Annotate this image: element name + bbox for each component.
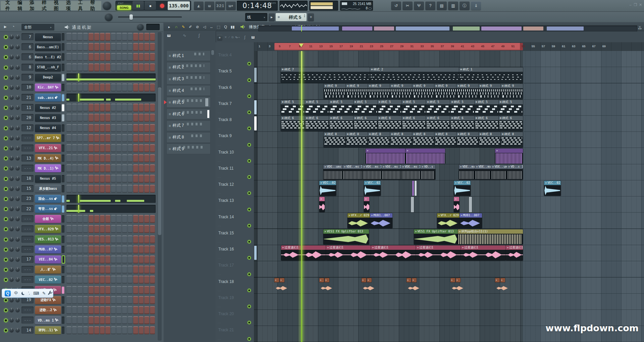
step-cell[interactable] (144, 104, 149, 112)
clip-header[interactable]: »VEC..02 (544, 181, 561, 185)
pattern-clip[interactable]: ≡样式 5 (354, 100, 378, 115)
pattern-clip[interactable]: ≡样式 6 (329, 116, 353, 131)
channel-volume-knob[interactable] (15, 126, 20, 130)
channel-volume-knob[interactable] (15, 75, 20, 79)
clip-header[interactable]: »评判pp组合v11(1) (458, 229, 523, 234)
step-cell[interactable] (116, 306, 121, 314)
track-mute-led[interactable] (248, 240, 251, 243)
step-cell[interactable] (72, 83, 77, 92)
step-cell[interactable] (122, 124, 127, 132)
channel-pan-knob[interactable] (9, 166, 14, 170)
step-cell[interactable] (116, 83, 121, 92)
clip-header[interactable]: ≡样式 5 (499, 100, 523, 104)
step-cell[interactable] (66, 33, 71, 41)
step-cell[interactable] (150, 306, 155, 314)
channel-indicator[interactable] (62, 43, 64, 51)
step-cell[interactable] (128, 83, 133, 92)
pattern-item[interactable]: ≡样式 9 (166, 144, 211, 154)
channel-mute-led[interactable] (4, 66, 8, 69)
pattern-item[interactable]: ≡样式 1 (166, 50, 211, 61)
maximize-icon[interactable]: ❐ (633, 3, 638, 7)
step-cell[interactable] (150, 235, 155, 243)
step-cell[interactable] (150, 144, 155, 152)
channel-pan-knob[interactable] (9, 257, 14, 262)
step-cell[interactable] (139, 225, 144, 233)
clip-header[interactable]: »VEC..02 (319, 181, 336, 185)
channel-button[interactable]: Nexus #3 (35, 114, 61, 122)
step-cell[interactable] (116, 296, 121, 304)
step-cell[interactable] (111, 124, 116, 132)
pattern-clip[interactable]: ≡样式 8 (346, 132, 368, 147)
step-cell[interactable] (133, 235, 138, 243)
master-volume-knob[interactable] (105, 13, 113, 21)
step-cell[interactable] (105, 245, 110, 253)
step-cell[interactable] (139, 286, 144, 294)
channel-volume-knob[interactable] (15, 65, 20, 69)
song-mode-button[interactable]: SONG (117, 5, 131, 10)
clip-header[interactable]: ≡样式 5 (329, 100, 353, 104)
pair-clip-header[interactable]: » (362, 278, 366, 282)
step-cell[interactable] (139, 114, 144, 122)
step-cell[interactable] (144, 83, 149, 92)
step-cell[interactable] (150, 276, 155, 284)
pattern-clip[interactable]: ≡样式 5 (426, 100, 450, 115)
channel-button[interactable]: Nexus #5 (35, 175, 61, 183)
step-cell[interactable] (94, 144, 99, 152)
channel-volume-knob[interactable] (15, 328, 20, 332)
step-cell[interactable] (122, 154, 127, 162)
channel-indicator[interactable] (62, 195, 64, 203)
step-cell[interactable] (83, 266, 88, 274)
step-cell[interactable] (105, 286, 110, 294)
clip-header[interactable]: ≡样式 9 (412, 84, 434, 88)
step-cell[interactable] (66, 124, 71, 132)
ime-punctuation[interactable]: ’, (28, 291, 30, 295)
audio-clip[interactable]: »过度迷幻1 (281, 245, 326, 261)
step-cell[interactable] (94, 215, 99, 223)
step-cell[interactable] (133, 114, 138, 122)
pair-clip-header[interactable]: » (495, 278, 500, 282)
brush-icon[interactable]: ✐ (187, 25, 194, 29)
rack-volume-knob[interactable] (137, 23, 144, 31)
step-cell[interactable] (133, 134, 138, 142)
channel-indicator[interactable] (62, 296, 64, 304)
step-cell[interactable] (94, 235, 99, 243)
pattern-clip[interactable]: ≡样式 8 (434, 132, 457, 147)
channel-indicator[interactable] (62, 225, 64, 233)
channel-volume-knob[interactable] (15, 227, 20, 231)
channel-mute-led[interactable] (4, 76, 8, 79)
step-cell[interactable] (100, 175, 105, 183)
minimize-icon[interactable]: – (628, 3, 633, 7)
step-cell[interactable] (139, 164, 144, 172)
channel-indicator[interactable] (62, 84, 64, 91)
step-cell[interactable] (144, 33, 149, 41)
menu-item[interactable]: 编辑 (17, 0, 24, 12)
step-cell[interactable] (77, 33, 83, 41)
channel-button[interactable]: VES..013 (35, 235, 61, 243)
channel-pan-knob[interactable] (9, 156, 14, 160)
step-cell[interactable] (94, 154, 99, 162)
clip-sliver[interactable] (411, 197, 414, 212)
step-cell[interactable] (133, 266, 138, 274)
step-cell[interactable] (128, 144, 133, 152)
step-cell[interactable] (66, 175, 71, 183)
step-cell[interactable] (128, 175, 133, 183)
clip-header[interactable]: »VES1 FX Uplifter 013 (414, 229, 458, 234)
clip-header[interactable]: ≡样式 9 (479, 84, 501, 88)
step-cell[interactable] (89, 33, 94, 41)
step-cell[interactable] (133, 43, 138, 51)
pattern-clip[interactable]: ≡样式 6 (378, 116, 402, 131)
step-cell[interactable] (94, 124, 99, 132)
channel-button[interactable]: Nexus #2 (35, 104, 61, 112)
step-cell[interactable] (100, 296, 105, 304)
channel-volume-knob[interactable] (15, 237, 20, 241)
step-cell[interactable] (77, 134, 83, 142)
menu-item[interactable]: 视图 (54, 0, 60, 12)
track-mute-led[interactable] (248, 321, 251, 324)
track-mute-led[interactable] (248, 78, 251, 82)
track-mute-led[interactable] (248, 111, 251, 114)
clip-header[interactable]: »VD..s 1 (421, 165, 435, 169)
channel-volume-knob[interactable] (15, 186, 20, 191)
track-mute-led[interactable] (248, 159, 251, 163)
channel-button[interactable]: 原乡鼓bass (35, 185, 61, 193)
channel-volume-knob[interactable] (15, 176, 20, 181)
